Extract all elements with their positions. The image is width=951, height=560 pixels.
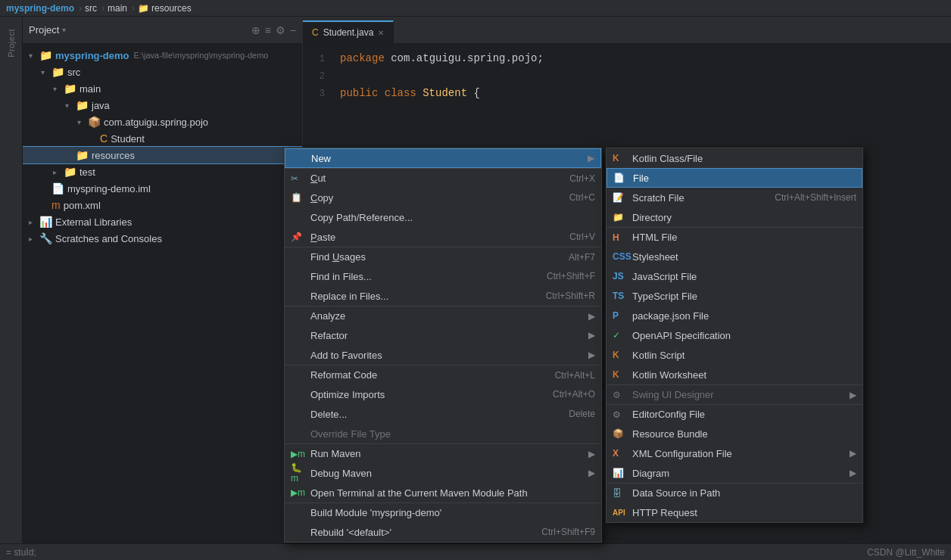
ctx-item-run-maven[interactable]: ▶m Run Maven ▶: [285, 443, 601, 463]
data-source-icon: 🗄: [613, 488, 628, 499]
sub-item-kotlin-worksheet[interactable]: K Kotlin Worksheet: [606, 365, 862, 384]
tree-item-java[interactable]: ▾ 📁 java: [23, 97, 302, 114]
line-num-3: 3: [303, 86, 337, 102]
sub-item-data-source[interactable]: 🗄 Data Source in Path: [606, 483, 862, 502]
tree-item-resources[interactable]: ▸ 📁 resources: [23, 147, 302, 163]
ctx-item-find-usages[interactable]: Find Usages Alt+F7: [285, 247, 601, 266]
directory-icon: 📁: [613, 212, 628, 222]
sub-editorconfig-label: EditorConfig File: [632, 409, 705, 420]
ext-libs-name: External Libraries: [55, 216, 132, 228]
ctx-item-override-file-type[interactable]: Override File Type: [285, 424, 601, 443]
src-folder-icon: 📁: [51, 66, 64, 78]
sub-item-swing[interactable]: ⚙ Swing UI Designer ▶: [606, 384, 862, 404]
ctx-item-analyze[interactable]: Analyze ▶: [285, 306, 601, 325]
ctx-item-add-to-favorites[interactable]: Add to Favorites ▶: [285, 345, 601, 365]
collapse-icon[interactable]: ≡: [265, 24, 271, 36]
tree-item-src[interactable]: ▾ 📁 src: [23, 64, 302, 80]
project-dropdown-arrow[interactable]: ▾: [62, 26, 66, 34]
scratch-shortcut: Ctrl+Alt+Shift+Insert: [775, 192, 856, 203]
delete-shortcut: Delete: [569, 409, 595, 419]
tree-item-student[interactable]: ▸ C Student: [23, 130, 302, 147]
sub-item-diagram[interactable]: 📊 Diagram ▶: [606, 463, 862, 483]
tree-item-scratches[interactable]: ▸ 🔧 Scratches and Consoles: [23, 230, 302, 247]
breadcrumb-src[interactable]: src: [85, 3, 97, 14]
ctx-run-maven-label: Run Maven: [310, 448, 360, 459]
file-tree-content: ▾ 📁 myspring-demo E:\java-file\myspring\…: [23, 44, 302, 560]
find-usages-shortcut: Alt+F7: [569, 252, 595, 263]
ctx-item-copy-path[interactable]: Copy Path/Reference...: [285, 207, 601, 227]
ctx-item-reformat[interactable]: Reformat Code Ctrl+Alt+L: [285, 365, 601, 384]
ctx-refactor-label: Refactor: [310, 330, 348, 341]
sub-item-html[interactable]: H HTML File: [606, 227, 862, 247]
ctx-item-refactor[interactable]: Refactor ▶: [285, 325, 601, 345]
line-num-1: 1: [303, 51, 337, 67]
openapi-icon: ✓: [613, 330, 628, 341]
breadcrumb-project[interactable]: myspring-demo: [6, 3, 74, 14]
sub-item-file[interactable]: 📄 File: [606, 168, 862, 188]
tree-item-root[interactable]: ▾ 📁 myspring-demo E:\java-file\myspring\…: [23, 47, 302, 64]
ctx-item-open-terminal[interactable]: ▶m Open Terminal at the Current Maven Mo…: [285, 483, 601, 502]
sub-scratch-label: Scratch File: [632, 192, 684, 204]
sub-http-request-label: HTTP Request: [632, 507, 697, 518]
ctx-item-new[interactable]: New ▶: [285, 148, 601, 168]
ctx-terminal-label: Open Terminal at the Current Maven Modul…: [310, 487, 528, 499]
sub-item-scratch[interactable]: 📝 Scratch File Ctrl+Alt+Shift+Insert: [606, 188, 862, 207]
tree-item-package[interactable]: ▾ 📦 com.atguigu.spring.pojo: [23, 114, 302, 130]
package-arrow: ▾: [77, 118, 86, 126]
sub-item-openapi[interactable]: ✓ OpenAPI Specification: [606, 325, 862, 345]
sub-item-kotlin-class[interactable]: K Kotlin Class/File: [606, 148, 862, 168]
sub-item-directory[interactable]: 📁 Directory: [606, 207, 862, 227]
ctx-replace-in-files-label: Replace in Files...: [310, 291, 388, 302]
ctx-find-in-files-label: Find in Files...: [310, 271, 372, 282]
ctx-item-optimize[interactable]: Optimize Imports Ctrl+Alt+O: [285, 384, 601, 404]
sub-item-xml-config[interactable]: X XML Configuration File ▶: [606, 443, 862, 463]
rebuild-shortcut: Ctrl+Shift+F9: [541, 527, 595, 537]
sub-item-package-json[interactable]: P package.json File: [606, 306, 862, 325]
sub-item-kotlin-script[interactable]: K Kotlin Script: [606, 345, 862, 365]
tree-item-iml[interactable]: ▸ 📄 myspring-demo.iml: [23, 180, 302, 197]
breadcrumb-main[interactable]: main: [108, 3, 127, 14]
ctx-item-copy[interactable]: 📋 Copy Ctrl+C: [285, 188, 601, 207]
tab-java-icon: C: [312, 27, 319, 38]
ctx-cut-label: Cut: [310, 173, 326, 184]
sub-kotlin-class-label: Kotlin Class/File: [632, 153, 703, 164]
locate-icon[interactable]: ⊕: [251, 24, 260, 36]
kotlin-worksheet-icon: K: [613, 369, 628, 380]
tree-item-pom[interactable]: ▸ m pom.xml: [23, 197, 302, 213]
main-name: main: [80, 83, 101, 95]
ctx-item-debug-maven[interactable]: 🐛m Debug Maven ▶: [285, 463, 601, 483]
ext-libs-icon: 📊: [39, 216, 52, 228]
ctx-item-rebuild[interactable]: Rebuild '<default>' Ctrl+Shift+F9: [285, 522, 601, 542]
editor-tab-student[interactable]: C Student.java ✕: [303, 20, 394, 43]
tab-name: Student.java: [323, 27, 374, 38]
ctx-item-cut[interactable]: ✂ Cut Ctrl+X: [285, 168, 601, 188]
tab-close-button[interactable]: ✕: [378, 29, 384, 37]
refactor-arrow: ▶: [588, 330, 595, 341]
kotlin-class-icon: K: [613, 153, 628, 163]
sub-item-js[interactable]: JS JavaScript File: [606, 266, 862, 286]
tree-item-test[interactable]: ▸ 📁 test: [23, 163, 302, 180]
sub-item-css[interactable]: CSS Stylesheet: [606, 247, 862, 266]
xml-config-arrow: ▶: [850, 448, 856, 459]
sub-data-source-label: Data Source in Path: [632, 487, 720, 499]
ctx-item-delete[interactable]: Delete... Delete: [285, 404, 601, 424]
root-name: myspring-demo: [55, 50, 129, 61]
minimize-icon[interactable]: −: [290, 24, 296, 36]
ctx-item-paste[interactable]: 📌 Paste Ctrl+V: [285, 227, 601, 247]
sub-item-http-request[interactable]: API HTTP Request: [606, 502, 862, 522]
run-maven-icon: ▶m: [291, 449, 306, 459]
ctx-item-build-module[interactable]: Build Module 'myspring-demo': [285, 502, 601, 522]
ctx-reformat-label: Reformat Code: [310, 369, 377, 381]
reformat-shortcut: Ctrl+Alt+L: [555, 370, 595, 381]
breadcrumb-resources[interactable]: resources: [151, 3, 192, 14]
ctx-item-find-in-files[interactable]: Find in Files... Ctrl+Shift+F: [285, 266, 601, 286]
sub-item-resource-bundle[interactable]: 📦 Resource Bundle: [606, 424, 862, 443]
file-tree-panel: Project ▾ ⊕ ≡ ⚙ − ▾ 📁 myspring-demo E:\j…: [23, 17, 303, 560]
tree-item-external-libs[interactable]: ▸ 📊 External Libraries: [23, 213, 302, 230]
project-sidebar-tab[interactable]: Project: [7, 23, 16, 64]
sub-item-ts[interactable]: TS TypeScript File: [606, 286, 862, 306]
settings-icon[interactable]: ⚙: [276, 24, 285, 36]
sub-item-editorconfig[interactable]: ⚙ EditorConfig File: [606, 404, 862, 424]
tree-item-main[interactable]: ▾ 📁 main: [23, 80, 302, 97]
ctx-item-replace-in-files[interactable]: Replace in Files... Ctrl+Shift+R: [285, 286, 601, 306]
